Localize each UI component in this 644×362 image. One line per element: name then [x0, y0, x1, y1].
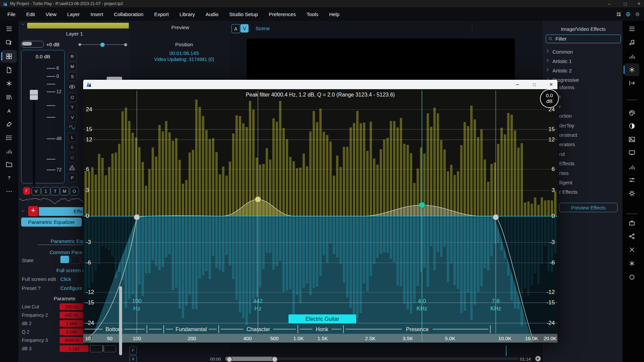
wave-icon[interactable] — [68, 123, 76, 131]
param-value-1[interactable]: 442 Hz — [60, 312, 83, 318]
asterisk-icon[interactable] — [628, 260, 636, 267]
plugin-section-title[interactable]: Parametric Equ — [51, 238, 85, 244]
param-value-3[interactable]: 2.000 — [60, 328, 83, 335]
strip-button-p-12[interactable]: P — [68, 173, 77, 182]
effects-filter-input[interactable]: Filter — [555, 36, 567, 42]
eye-icon[interactable] — [68, 82, 76, 91]
mode-button-t-3[interactable]: T — [51, 187, 60, 195]
eq-node-7.6khz[interactable] — [493, 214, 499, 220]
effect-category-clipped-8[interactable]: Effects — [559, 161, 575, 166]
param-slider-track-a[interactable] — [90, 345, 103, 352]
param-value-5[interactable]: 1.162 — [60, 345, 89, 352]
full-screen-edit-click[interactable]: Click — [60, 276, 71, 282]
window-maximize-button[interactable]: ▢ — [619, 0, 631, 7]
keyframe-dot-left[interactable] — [78, 43, 81, 46]
mode-button-1-2[interactable]: 1 — [41, 187, 50, 195]
effect-category-clipped-3[interactable]: ortion — [559, 113, 572, 119]
strip-button-v-6[interactable]: V — [68, 113, 77, 122]
mode-button-v-1[interactable]: V — [32, 187, 41, 195]
effect-category-clipped-11[interactable]: r Effects — [559, 189, 578, 195]
menu-item-help[interactable]: Help — [324, 11, 345, 17]
folder-icon[interactable] — [5, 161, 13, 168]
extensions-icon[interactable] — [616, 11, 622, 17]
full-screen-link[interactable]: Full screen e — [56, 267, 85, 273]
window-close-button[interactable]: ✕ — [634, 0, 644, 7]
eq-gain-badge[interactable]: 0.0 dB — [540, 89, 559, 108]
menu-item-audio[interactable]: Audio — [200, 11, 224, 17]
triangle-icon[interactable] — [68, 163, 76, 172]
media-icon[interactable] — [5, 39, 13, 46]
effects-collapse-icon[interactable] — [20, 208, 25, 214]
pin-icon[interactable] — [5, 121, 13, 128]
effect-category-clipped-7[interactable]: nd — [559, 151, 565, 157]
menu-item-insert[interactable]: Insert — [85, 11, 109, 17]
palette-icon[interactable] — [628, 109, 636, 117]
effects-bar[interactable]: Effe — [39, 207, 83, 216]
plugin-button[interactable]: Parametric Equalizer — [21, 218, 82, 227]
effect-category-clipped-9[interactable]: rites — [559, 170, 569, 176]
effect-category-artistic-1[interactable]: Artistic 1 — [552, 58, 572, 64]
strip-button-o-4[interactable]: O — [68, 93, 77, 102]
asterisk-icon[interactable] — [628, 66, 636, 73]
state-checkbox-on[interactable] — [60, 256, 69, 263]
strip-button-b-9[interactable]: B — [68, 143, 77, 152]
menu-item-studio-setup[interactable]: Studio Setup — [224, 11, 263, 17]
tab-scene[interactable]: Scene — [256, 25, 270, 31]
strip-button-l-8[interactable]: L — [68, 133, 77, 142]
effect-category-clipped-2[interactable]: r — [559, 104, 561, 109]
export-icon[interactable] — [628, 79, 636, 87]
tab-audio[interactable]: A — [231, 24, 240, 33]
library-icon[interactable] — [5, 94, 13, 101]
fader-thumb[interactable] — [30, 90, 38, 100]
timeline-scroll-track[interactable] — [276, 357, 519, 360]
text-icon[interactable]: A — [5, 107, 13, 115]
keyframe-dot-center[interactable] — [100, 43, 105, 47]
eq-dialog-minimize[interactable]: – — [513, 80, 523, 89]
eq-node-442hz[interactable] — [255, 196, 261, 202]
timeline-x-button[interactable]: X — [129, 356, 137, 362]
menu-item-preferences[interactable]: Preferences — [263, 11, 301, 17]
mode-button-m-4[interactable]: M — [60, 187, 69, 195]
timeline-f-button[interactable]: F — [129, 347, 137, 355]
mode-button-f-0[interactable]: F — [23, 187, 30, 195]
list-icon[interactable] — [5, 134, 13, 141]
tab-video[interactable]: V — [240, 24, 249, 33]
param-value-0[interactable]: 100 Hz — [60, 303, 83, 310]
menu-item-view[interactable]: View — [40, 11, 62, 17]
levels-icon[interactable] — [628, 53, 636, 60]
eq-dialog-titlebar[interactable]: – □ ✕ — [83, 80, 557, 89]
menu-item-file[interactable]: File — [2, 11, 21, 17]
music-icon[interactable] — [628, 39, 636, 46]
menu-item-library[interactable]: Library — [174, 11, 200, 17]
param-value-4[interactable]: 4000 H — [60, 337, 83, 344]
menu-item-export[interactable]: Export — [149, 11, 174, 17]
add-effect-button[interactable]: + — [28, 206, 38, 216]
effect-category-clipped-1[interactable]: t — [559, 94, 560, 100]
effect-category-clipped-6[interactable]: erators — [559, 141, 575, 147]
window-minimize-button[interactable]: – — [603, 0, 615, 7]
menu-item-collaboration[interactable]: Collaboration — [108, 11, 149, 17]
timeline-scroll-handle-right[interactable] — [272, 356, 278, 362]
keyframe-dot-right[interactable] — [124, 43, 127, 46]
menu-item-edit[interactable]: Edit — [21, 11, 40, 17]
asterisk-icon[interactable] — [5, 80, 13, 87]
menu-icon[interactable] — [5, 25, 13, 33]
effect-category-clipped-5[interactable]: onstruct — [559, 132, 577, 138]
layer-gain-slider[interactable] — [21, 41, 44, 48]
briefcase-icon[interactable] — [628, 219, 636, 227]
levels-icon[interactable] — [5, 147, 13, 155]
eq-preset-button[interactable]: Electric Guitar — [288, 314, 356, 323]
timeline-play-button[interactable] — [535, 356, 541, 361]
strip-button-s-2[interactable]: S — [68, 72, 77, 81]
sliders-icon[interactable] — [628, 176, 636, 184]
help-icon[interactable]: ? — [5, 174, 13, 182]
timeline-scroll-handle-left[interactable] — [226, 356, 232, 362]
grid-icon[interactable] — [5, 53, 13, 60]
layer-gain-thumb[interactable] — [22, 42, 32, 46]
effects-filter-box[interactable]: Filter — [546, 35, 621, 43]
layer-color-bar[interactable] — [27, 23, 129, 28]
param-slider-track-b[interactable] — [104, 345, 116, 352]
contrast-icon[interactable] — [628, 122, 636, 130]
preset-configure-link[interactable]: Configure — [60, 285, 82, 291]
chat-icon[interactable] — [628, 149, 636, 157]
